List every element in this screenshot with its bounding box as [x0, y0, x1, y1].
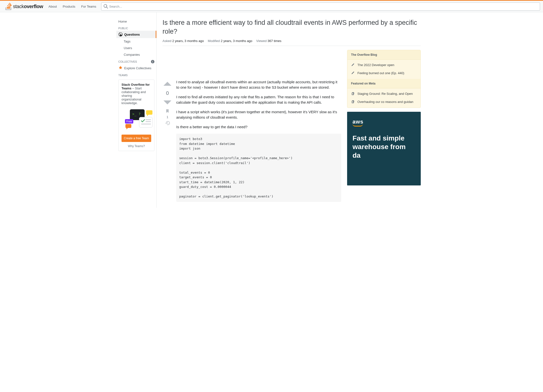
sidebar-item-tags[interactable]: Tags: [116, 38, 156, 45]
svg-text:Free: Free: [126, 120, 132, 123]
logo-text-right: overflow: [24, 4, 43, 9]
vote-count: 0: [166, 90, 169, 96]
nav-about[interactable]: About: [46, 3, 60, 10]
meta-item[interactable]: Overhauling our co reasons and guidan: [347, 98, 421, 106]
modified-label: Modified: [208, 39, 220, 43]
nav-products[interactable]: Products: [60, 3, 78, 10]
sidebar-teams-label: TEAMS: [116, 72, 156, 78]
modified-value: 2 years, 3 months ago: [221, 39, 252, 43]
overflow-blog-box: The Overflow Blog The 2022 Developer ope…: [347, 50, 421, 108]
post-paragraph: I need to find all events initiated by a…: [176, 94, 341, 105]
question-title: Is there a more efficient way to find al…: [163, 18, 421, 36]
right-sidebar: The Overflow Blog The 2022 Developer ope…: [347, 50, 421, 202]
meta-item[interactable]: Staging Ground: Re Scaling, and Open: [347, 90, 421, 98]
search-wrap: [101, 2, 540, 11]
nav-for-teams[interactable]: For Teams: [78, 3, 99, 10]
sidebar-home[interactable]: Home: [116, 18, 156, 25]
pencil-icon: [351, 63, 355, 67]
asked-label: Asked: [163, 39, 171, 43]
featured-meta-header: Featured on Meta: [347, 79, 421, 88]
content: Is there a more efficient way to find al…: [157, 12, 427, 208]
meta-icon: [351, 100, 355, 104]
svg-rect-7: [141, 124, 151, 125]
collectives-label-text: COLLECTIVES: [118, 60, 137, 63]
post-paragraph: Is there a better way to get the data I …: [176, 124, 341, 130]
upvote-button[interactable]: [163, 79, 172, 88]
sidebar-item-users[interactable]: Users: [116, 45, 156, 51]
svg-rect-5: [146, 119, 151, 120]
star-burst-icon: [118, 66, 123, 70]
aws-ad-headline: Fast and simple warehouse from da: [353, 134, 415, 160]
top-nav: About Products For Teams: [46, 3, 99, 10]
logo[interactable]: stackoverflow: [3, 1, 46, 12]
globe-icon: [118, 32, 123, 37]
sidebar-item-questions[interactable]: Questions: [116, 31, 156, 38]
meta-item-text: Staging Ground: Re Scaling, and Open: [357, 92, 413, 96]
search-input[interactable]: [101, 2, 540, 11]
post-paragraph: I need to analyse all cloudtrail events …: [176, 79, 341, 90]
topbar: stackoverflow About Products For Teams: [0, 0, 543, 12]
info-icon[interactable]: i: [151, 60, 154, 63]
viewed-label: Viewed: [256, 39, 267, 43]
svg-rect-4: [139, 117, 152, 127]
history-icon[interactable]: [165, 121, 170, 125]
teams-card: Stack Overflow for Teams – Start collabo…: [118, 80, 154, 151]
teams-illustration: >_ ? Free: [122, 108, 151, 131]
post-body: I need to analyse all cloudtrail events …: [176, 79, 341, 202]
meta-icon: [351, 92, 355, 96]
logo-text-left: stack: [13, 4, 24, 9]
aws-ad[interactable]: aws Fast and simple warehouse from da: [347, 112, 421, 185]
aws-logo: aws: [353, 119, 364, 125]
overflow-blog-header: The Overflow Blog: [347, 50, 421, 60]
sidebar-item-label: Questions: [124, 33, 140, 36]
svg-text:>_ ?: >_ ?: [132, 112, 141, 116]
create-team-button[interactable]: Create a free Team: [122, 135, 151, 142]
search-icon: [104, 4, 108, 9]
sidebar-item-companies[interactable]: Companies: [116, 51, 156, 58]
downvote-button[interactable]: [163, 98, 172, 107]
viewed-value: 367 times: [268, 39, 281, 43]
vote-cell: 0 1: [163, 79, 172, 202]
pencil-icon: [351, 71, 355, 75]
blog-item[interactable]: The 2022 Developer open: [347, 61, 421, 69]
code-block[interactable]: import boto3 from datetime import dateti…: [176, 134, 341, 202]
svg-rect-6: [146, 121, 151, 122]
post-paragraph: I have a script which works (it's just t…: [176, 109, 341, 120]
sidebar-explore-collectives[interactable]: Explore Collectives: [116, 64, 156, 72]
why-teams-link[interactable]: Why Teams?: [122, 144, 151, 148]
stackoverflow-icon: [5, 3, 12, 10]
asked-value: 2 years, 3 months ago: [172, 39, 204, 43]
question-meta: Asked 2 years, 3 months ago Modified 2 y…: [163, 39, 421, 46]
explore-collectives-label: Explore Collectives: [124, 66, 151, 70]
blog-item[interactable]: Feeling burned out one (Ep. 440): [347, 69, 421, 77]
left-sidebar: Home PUBLIC Questions Tags Users Compani…: [116, 12, 157, 208]
blog-item-text: Feeling burned out one (Ep. 440): [357, 71, 404, 75]
sidebar-public-label: PUBLIC: [116, 25, 156, 31]
sidebar-collectives-label: COLLECTIVES i: [116, 58, 156, 64]
blog-item-text: The 2022 Developer open: [357, 63, 394, 67]
meta-item-text: Overhauling our co reasons and guidan: [357, 100, 413, 104]
follow-count: 1: [166, 115, 168, 119]
bookmark-icon[interactable]: [165, 109, 170, 113]
